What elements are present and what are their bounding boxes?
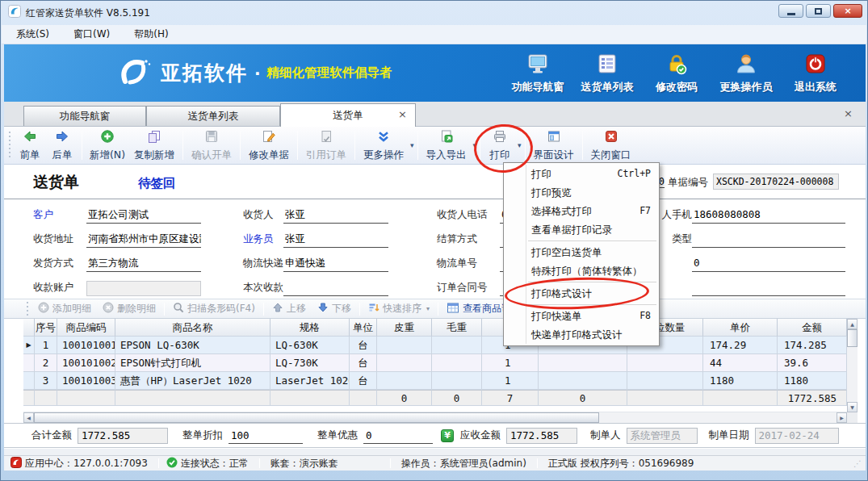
menu-item-special-print[interactable]: 特殊打印（简体转繁体）: [504, 261, 659, 280]
row-selector: [23, 354, 35, 372]
cell: 1: [482, 354, 539, 372]
switch-operator-button[interactable]: 更换操作员: [717, 52, 775, 94]
col-header[interactable]: 单价: [703, 319, 778, 337]
scroll-right-icon[interactable]: ▶: [837, 412, 847, 423]
ui-design-button[interactable]: 界面设计: [529, 128, 579, 162]
close-button[interactable]: ×: [833, 4, 862, 18]
col-header[interactable]: 规格: [270, 319, 350, 337]
settle-label: 结算方式: [437, 230, 500, 248]
cell: 1180: [778, 372, 847, 390]
resize-grip: ⋰: [853, 459, 861, 468]
scroll-down-icon[interactable]: ▼: [847, 402, 858, 412]
close-icon: ×: [844, 6, 851, 16]
tabstrip-close-icon[interactable]: ×: [844, 107, 853, 119]
status-separator: [390, 458, 391, 468]
col-header[interactable]: 序号: [35, 319, 57, 337]
app-window: 红管家送货单软件 V8.5.191 × 系统(S) 窗口(W) 帮助(H) 亚拓…: [0, 0, 868, 481]
discount-input[interactable]: 100: [229, 428, 303, 444]
shortcut-label: Ctrl+P: [617, 165, 651, 183]
sort-icon: [368, 302, 379, 316]
brand-name: 亚拓软件: [161, 60, 248, 86]
nav-window-button[interactable]: 功能导航窗: [509, 52, 567, 94]
type-input[interactable]: [692, 230, 845, 248]
brand: 亚拓软件 · 精细化管理软件倡导者: [117, 57, 392, 90]
quick-sort-button[interactable]: 快速排序 ▾: [363, 302, 435, 316]
power-icon: [804, 52, 827, 78]
col-header[interactable]: 商品编码: [57, 319, 115, 337]
table-row[interactable]: 2 100101002 EPSON针式打印机 LQ-730K 台 1 44 39…: [23, 354, 847, 372]
menu-item-print-express[interactable]: 打印快递单F8: [504, 307, 659, 325]
mobile-input[interactable]: 18608080808: [692, 206, 845, 224]
scrollbar-thumb[interactable]: [34, 412, 599, 423]
delivery-list-button[interactable]: 送货单列表: [578, 52, 636, 94]
cell: 1: [35, 337, 57, 354]
cell: 2: [35, 354, 57, 372]
menu-system[interactable]: 系统(S): [8, 25, 57, 44]
scrollbar-thumb[interactable]: [847, 329, 858, 347]
import-export-button[interactable]: 导入导出 ▾: [421, 128, 477, 162]
logistics-input[interactable]: 申通快递: [283, 254, 388, 272]
menu-bar: 系统(S) 窗口(W) 帮助(H): [2, 25, 866, 44]
more-actions-button[interactable]: 更多操作 ▾: [359, 128, 414, 162]
address-input[interactable]: 河南省郑州市中原区建设路: [86, 230, 201, 248]
menu-item-print-format-design[interactable]: 打印格式设计: [504, 284, 659, 303]
switch-operator-label: 更换操作员: [720, 80, 773, 94]
menu-item-print-history[interactable]: 查看单据打印记录: [504, 220, 659, 239]
cell: 惠普（HP）LaserJet 1020: [115, 372, 270, 390]
horizontal-scrollbar[interactable]: ◀ ▶: [23, 412, 847, 423]
cell: [432, 372, 482, 390]
printer-icon: [493, 129, 507, 147]
plus-circle-gray-icon: [38, 302, 49, 316]
menu-item-print-blank[interactable]: 打印空白送货单: [504, 243, 659, 261]
col-header[interactable]: 毛重: [432, 319, 482, 337]
hidden-field-input[interactable]: [692, 278, 845, 296]
table-row[interactable]: ▶ 1 100101001 EPSON LQ-630K LQ-630K 台 1 …: [23, 337, 847, 354]
hidden-field-input[interactable]: 0: [692, 254, 845, 272]
arrow-down-icon: [317, 302, 329, 316]
col-header[interactable]: 皮重: [377, 319, 432, 337]
row-marker-icon: ▶: [23, 337, 35, 354]
vertical-scrollbar[interactable]: ▲ ▼: [847, 319, 858, 412]
tab-nav-window[interactable]: 功能导航窗: [23, 106, 146, 126]
add-doc-button[interactable]: 新增(N): [86, 128, 129, 162]
minimize-button[interactable]: [778, 4, 803, 18]
customer-input[interactable]: 亚拓公司测试: [86, 206, 201, 224]
scroll-left-icon[interactable]: ◀: [23, 412, 34, 423]
lock-icon: [665, 52, 688, 78]
col-header[interactable]: 商品名称: [115, 319, 270, 337]
menu-item-print-preview[interactable]: 打印预览: [504, 183, 659, 202]
maximize-button[interactable]: [806, 4, 831, 18]
ship-method-input[interactable]: 第三方物流: [86, 254, 201, 272]
modify-doc-button[interactable]: 修改单据: [244, 128, 294, 162]
move-up-button: 上移: [266, 302, 312, 316]
ship-method-label: 发货方式: [33, 254, 86, 272]
menu-item-select-format-print[interactable]: 选择格式打印F7: [504, 202, 659, 220]
consignee-input[interactable]: 张亚: [283, 206, 388, 224]
menu-item-print[interactable]: 打印Ctrl+P: [504, 165, 659, 183]
payment-input[interactable]: [283, 278, 388, 296]
print-button[interactable]: 打印 ▾: [484, 128, 522, 162]
prev-doc-button[interactable]: 前单: [14, 128, 46, 162]
menu-item-express-format-design[interactable]: 快递单打印格式设计: [504, 325, 659, 344]
copy-add-button[interactable]: 复制新增: [129, 128, 179, 162]
table-row[interactable]: 3 100101003 惠普（HP）LaserJet 1020 LaserJet…: [23, 372, 847, 390]
tab-delivery-list[interactable]: 送货单列表: [146, 106, 280, 126]
col-header[interactable]: 金额: [778, 319, 847, 337]
tab-delivery-doc[interactable]: 送货单 ×: [280, 103, 416, 127]
account-input[interactable]: [86, 281, 201, 296]
next-doc-button[interactable]: 后单: [46, 128, 78, 162]
change-password-button[interactable]: 修改密码: [648, 52, 706, 94]
salesman-input[interactable]: 张亚: [283, 230, 388, 248]
cell: [432, 354, 482, 372]
reduce-input[interactable]: 0: [363, 428, 433, 444]
yen-icon: ¥: [441, 429, 454, 442]
menu-help[interactable]: 帮助(H): [126, 25, 176, 44]
scroll-up-icon[interactable]: ▲: [847, 319, 858, 329]
menu-window[interactable]: 窗口(W): [65, 25, 118, 44]
row-selector: [23, 372, 35, 390]
close-window-button[interactable]: 关闭窗口: [586, 128, 636, 162]
tab-close-icon[interactable]: ×: [398, 108, 407, 120]
col-header[interactable]: 单位: [350, 319, 377, 337]
cell: 100101001: [57, 337, 115, 354]
exit-system-button[interactable]: 退出系统: [786, 52, 845, 94]
